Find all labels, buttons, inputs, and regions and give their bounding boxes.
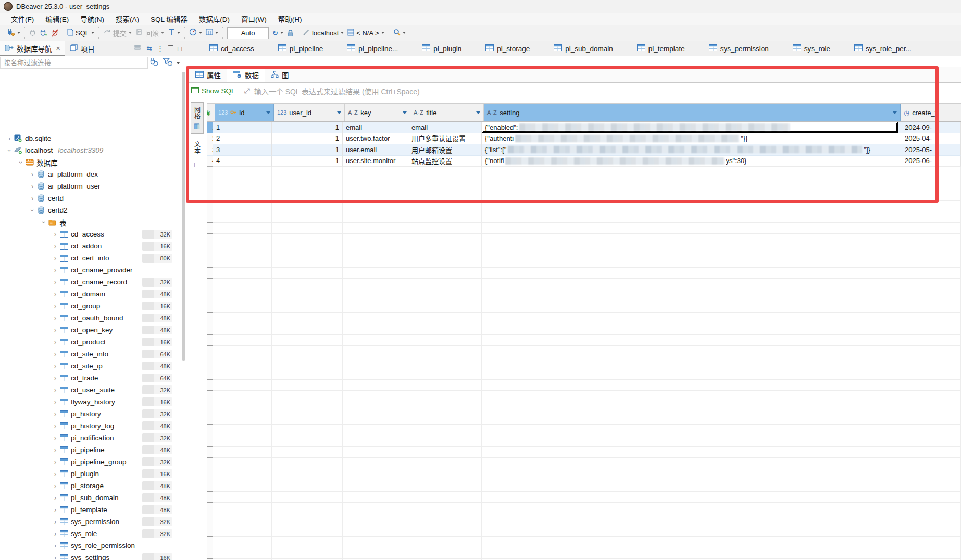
empty-cell[interactable] [213, 492, 272, 503]
chevron-collapsed-icon[interactable]: › [51, 530, 59, 538]
connect-button[interactable] [29, 29, 36, 37]
empty-cell[interactable] [343, 525, 408, 537]
cell-setting[interactable]: {"enabled": [482, 122, 898, 133]
chevron-collapsed-icon[interactable]: › [28, 195, 36, 202]
tree-item-cd_group[interactable]: ›cd_group16K [0, 300, 186, 312]
cell-key[interactable]: user.email [343, 144, 408, 156]
expand-filter-icon[interactable]: ⤢ [244, 86, 250, 95]
empty-cell[interactable] [272, 290, 343, 302]
empty-cell[interactable] [343, 425, 408, 436]
empty-cell[interactable] [343, 357, 408, 369]
empty-cell[interactable] [898, 480, 961, 492]
empty-cell[interactable] [272, 223, 343, 234]
empty-cell[interactable] [898, 234, 961, 245]
empty-cell[interactable] [898, 447, 961, 458]
empty-cell[interactable] [213, 380, 272, 391]
tree-item-pi_pipeline_group[interactable]: ›pi_pipeline_group32K [0, 456, 186, 468]
active-database-selector[interactable]: < N/A > [347, 29, 384, 38]
empty-cell[interactable] [408, 447, 482, 458]
cell-title[interactable]: 用户邮箱设置 [408, 144, 482, 156]
empty-cell[interactable] [898, 503, 961, 514]
tree-item-cd_cname_provider[interactable]: ›cd_cname_provider [0, 264, 186, 276]
empty-cell[interactable] [898, 245, 961, 257]
row-number-empty[interactable] [207, 279, 213, 290]
menu-item-0[interactable]: 文件(F) [5, 13, 40, 25]
cell-setting[interactable]: {"list":[""]} [482, 144, 898, 156]
empty-cell[interactable] [408, 537, 482, 548]
column-dropdown-icon[interactable] [403, 111, 407, 114]
tree-item-pi_notification[interactable]: ›pi_notification32K [0, 432, 186, 444]
row-number-empty[interactable] [207, 469, 213, 481]
cell-title[interactable]: email [408, 122, 482, 133]
tree-item-databases[interactable]: ›数据库 [0, 156, 186, 168]
empty-cell[interactable] [213, 447, 272, 458]
empty-cell[interactable] [272, 435, 343, 447]
empty-cell[interactable] [272, 469, 343, 481]
empty-cell[interactable] [408, 223, 482, 234]
tree-item-cd_oauth_bound[interactable]: ›cd_oauth_bound48K [0, 312, 186, 324]
menu-item-7[interactable]: 帮助(H) [272, 13, 308, 25]
chevron-collapsed-icon[interactable]: › [51, 375, 59, 382]
empty-cell[interactable] [898, 391, 961, 402]
empty-cell[interactable] [898, 402, 961, 414]
tree-item-cd_cert_info[interactable]: ›cd_cert_info80K [0, 252, 186, 264]
tree-item-pi_storage[interactable]: ›pi_storage48K [0, 480, 186, 492]
menu-item-4[interactable]: SQL 编辑器 [145, 13, 193, 25]
empty-cell[interactable] [272, 313, 343, 324]
empty-cell[interactable] [898, 492, 961, 503]
empty-cell[interactable] [482, 189, 898, 201]
tree-item-flyway_history[interactable]: ›flyway_history16K [0, 396, 186, 408]
empty-cell[interactable] [898, 346, 961, 357]
empty-cell[interactable] [343, 323, 408, 335]
row-number-empty[interactable] [207, 268, 213, 279]
chevron-collapsed-icon[interactable]: › [51, 363, 59, 370]
empty-cell[interactable] [343, 458, 408, 469]
empty-cell[interactable] [898, 469, 961, 481]
empty-cell[interactable] [343, 178, 408, 190]
cell-key[interactable]: user.two.factor [343, 133, 408, 145]
empty-cell[interactable] [343, 447, 408, 458]
empty-cell[interactable] [213, 391, 272, 402]
empty-cell[interactable] [898, 301, 961, 313]
empty-cell[interactable] [482, 447, 898, 458]
dropdown-caret[interactable] [177, 62, 180, 64]
empty-cell[interactable] [408, 391, 482, 402]
empty-cell[interactable] [408, 201, 482, 212]
empty-cell[interactable] [482, 492, 898, 503]
cell-create-time[interactable]: 2025-05- [898, 144, 961, 156]
search-button[interactable] [393, 29, 406, 38]
empty-cell[interactable] [482, 346, 898, 357]
tree-item-cd_site_ip[interactable]: ›cd_site_ip48K [0, 360, 186, 372]
empty-cell[interactable] [898, 178, 961, 190]
empty-cell[interactable] [482, 368, 898, 380]
tree-item-ai_platform_dex[interactable]: ›ai_platform_dex [0, 168, 186, 180]
empty-cell[interactable] [482, 357, 898, 369]
chevron-collapsed-icon[interactable]: › [51, 351, 59, 358]
row-number-empty[interactable] [207, 313, 213, 324]
cell-id[interactable]: 2 [213, 133, 272, 145]
chevron-expanded-icon[interactable]: › [29, 206, 36, 215]
tree-item-db-sqlite[interactable]: ›db.sqlite [0, 132, 186, 144]
row-number-empty[interactable] [207, 413, 213, 425]
empty-cell[interactable] [272, 256, 343, 268]
chevron-collapsed-icon[interactable]: › [51, 506, 59, 514]
empty-cell[interactable] [898, 323, 961, 335]
row-number-empty[interactable] [207, 245, 213, 257]
menu-item-2[interactable]: 导航(N) [74, 13, 110, 25]
row-number-empty[interactable] [207, 492, 213, 503]
column-dropdown-icon[interactable] [476, 111, 480, 114]
row-number-empty[interactable] [207, 537, 213, 548]
empty-cell[interactable] [272, 268, 343, 279]
editor-tab-pi_template[interactable]: pi_template [637, 44, 685, 53]
empty-cell[interactable] [343, 514, 408, 526]
chevron-collapsed-icon[interactable]: › [5, 135, 14, 142]
empty-cell[interactable] [213, 201, 272, 212]
empty-cell[interactable] [482, 537, 898, 548]
new-connection-button[interactable] [6, 28, 20, 38]
empty-cell[interactable] [272, 447, 343, 458]
empty-cell[interactable] [272, 279, 343, 290]
editor-tab-pi_plugin[interactable]: pi_plugin [422, 44, 461, 53]
empty-cell[interactable] [272, 503, 343, 514]
tree-item-pi_plugin[interactable]: ›pi_plugin16K [0, 468, 186, 480]
chevron-collapsed-icon[interactable]: › [51, 518, 59, 526]
